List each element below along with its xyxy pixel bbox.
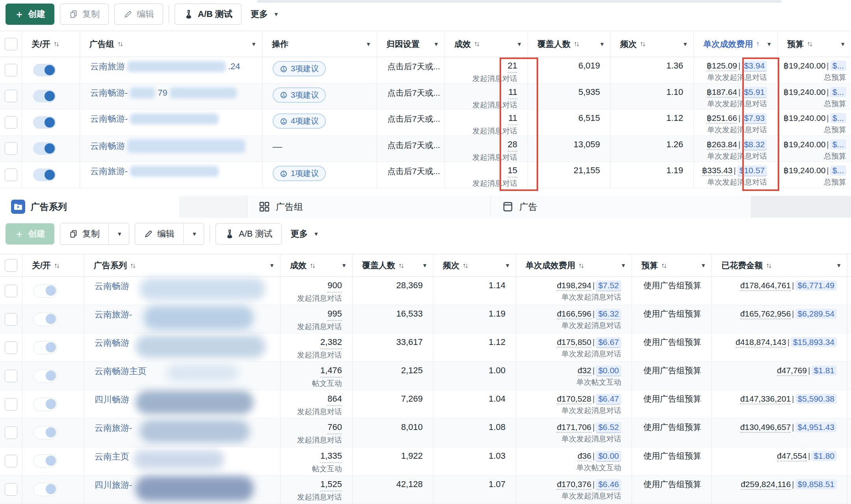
row-checkbox[interactable] [5, 64, 17, 76]
column-header-adset-name[interactable]: 广告组↑↓ ▼ [80, 31, 262, 57]
filter-caret-icon[interactable]: ▼ [682, 41, 693, 47]
spent-local-link[interactable]: đ418,874,143 [736, 337, 786, 348]
copy-button[interactable]: 复制 [60, 223, 108, 245]
filter-caret-icon[interactable]: ▼ [505, 262, 516, 269]
budget-usd-link[interactable]: $... [830, 87, 846, 97]
column-header-cost-per-result[interactable]: 单次成效费用↑ ▼ [694, 31, 778, 57]
edit-dropdown-button[interactable]: ▼ [183, 223, 204, 245]
status-toggle[interactable] [33, 169, 56, 181]
campaign-name-link[interactable]: 云南主页 [95, 451, 129, 463]
ab-test-button[interactable]: A/B 测试 [216, 223, 282, 245]
filter-caret-icon[interactable]: ▼ [621, 262, 632, 269]
column-header-amount-spent[interactable]: 已花费金额↑↓ ▼ [712, 254, 847, 276]
status-toggle[interactable] [33, 398, 57, 411]
column-header-attribution[interactable]: 归因设置 ▼ [377, 31, 445, 57]
row-checkbox[interactable] [5, 370, 17, 382]
edit-button[interactable]: 编辑 [114, 4, 163, 25]
status-toggle[interactable] [33, 426, 57, 439]
adset-name-link[interactable]: 云南畅游-79 [90, 87, 239, 99]
spent-local-link[interactable]: đ47,769 [777, 366, 807, 376]
column-header-toggle[interactable]: 关/开↑↓ [22, 31, 80, 57]
cost-local-link[interactable]: đ198,294 [557, 281, 591, 291]
status-toggle[interactable] [33, 116, 56, 129]
column-header-budget[interactable]: 预算↑↓ ▼ [778, 31, 851, 57]
cost-local-link[interactable]: ฿263.84 [706, 140, 737, 150]
tab-campaigns[interactable]: 广告系列 [0, 196, 179, 218]
cost-usd-link[interactable]: $0.00 [596, 365, 621, 376]
campaign-name-link[interactable]: 云南畅游 [95, 337, 129, 349]
spent-local-link[interactable]: đ259,824,116 [741, 480, 791, 490]
copy-dropdown-button[interactable]: ▼ [108, 223, 129, 245]
cost-usd-link[interactable]: $6.47 [596, 394, 621, 405]
result-value-link[interactable]: 15 [508, 165, 517, 178]
column-header-frequency[interactable]: 频次↑↓ ▼ [611, 31, 694, 57]
status-toggle[interactable] [33, 284, 57, 298]
result-value-link[interactable]: 2,382 [320, 336, 342, 349]
create-button[interactable]: ＋ 创建 [6, 223, 54, 245]
result-value-link[interactable]: 760 [327, 421, 342, 434]
result-value-link[interactable]: 28 [508, 139, 517, 152]
cost-usd-link[interactable]: $6.52 [596, 422, 621, 433]
filter-caret-icon[interactable]: ▼ [341, 262, 352, 269]
result-value-link[interactable]: 1,335 [320, 450, 342, 463]
cost-usd-link[interactable]: $7.93 [741, 113, 767, 124]
result-value-link[interactable]: 995 [327, 308, 342, 321]
column-header-reach[interactable]: 覆盖人数↑↓ ▼ [528, 31, 611, 57]
campaign-name-link[interactable]: 云南畅游 [95, 280, 129, 292]
column-header-campaign-name[interactable]: 广告系列↑↓ ▼ [84, 254, 281, 276]
cost-local-link[interactable]: ฿251.66 [706, 113, 737, 124]
more-button[interactable]: 更多 ▼ [247, 4, 282, 25]
cost-local-link[interactable]: ฿125.09 [706, 61, 737, 71]
cost-usd-link[interactable]: $6.46 [596, 479, 621, 490]
status-toggle[interactable] [33, 483, 57, 496]
result-value-link[interactable]: 1,525 [320, 478, 342, 491]
filter-caret-icon[interactable]: ▼ [840, 41, 851, 47]
cost-local-link[interactable]: đ32 [578, 366, 591, 376]
copy-button[interactable]: 复制 [60, 4, 109, 25]
filter-caret-icon[interactable]: ▼ [766, 41, 777, 47]
filter-caret-icon[interactable]: ▼ [836, 262, 847, 269]
campaign-name-link[interactable]: 四川畅游 [95, 394, 129, 406]
cost-local-link[interactable]: ฿187.64 [706, 87, 737, 98]
spent-local-link[interactable]: đ165,762,956 [740, 309, 791, 319]
row-checkbox[interactable] [5, 116, 17, 129]
cost-local-link[interactable]: đ171,706 [557, 422, 591, 433]
status-toggle[interactable] [33, 369, 57, 383]
recommendations-badge[interactable]: 1项建议 [273, 166, 326, 181]
spent-local-link[interactable]: đ147,336,201 [740, 394, 791, 404]
column-header-cost-per-result[interactable]: 单次成效费用↑↓ ▼ [516, 254, 632, 276]
row-checkbox[interactable] [5, 455, 17, 467]
cost-usd-link[interactable]: $0.00 [596, 451, 621, 462]
column-header-toggle[interactable]: 关/开↑↓ [22, 254, 84, 276]
ab-test-button[interactable]: A/B 测试 [175, 4, 242, 25]
result-value-link[interactable]: 21 [508, 60, 517, 73]
filter-caret-icon[interactable]: ▼ [517, 41, 528, 47]
select-all-checkbox[interactable] [5, 259, 17, 272]
recommendations-badge[interactable]: 4项建议 [273, 113, 326, 129]
row-checkbox[interactable] [5, 341, 17, 354]
filter-caret-icon[interactable]: ▼ [700, 262, 712, 269]
recommendations-badge[interactable]: 3项建议 [273, 87, 326, 103]
row-checkbox[interactable] [5, 169, 17, 181]
select-all-checkbox[interactable] [5, 38, 17, 50]
result-value-link[interactable]: 1,476 [320, 365, 342, 378]
status-toggle[interactable] [33, 142, 56, 155]
adset-name-link[interactable]: 云南旅游.24 [90, 61, 240, 72]
row-checkbox[interactable] [5, 398, 17, 411]
result-value-link[interactable]: 900 [327, 280, 342, 293]
cost-usd-link[interactable]: $6.32 [596, 309, 621, 320]
status-toggle[interactable] [33, 64, 56, 76]
spent-local-link[interactable]: đ130,496,657 [740, 422, 791, 433]
filter-caret-icon[interactable]: ▼ [599, 41, 610, 47]
cost-usd-link[interactable]: $10.57 [737, 165, 767, 176]
cost-local-link[interactable]: ฿335.43 [702, 166, 733, 176]
campaign-name-link[interactable]: 云南畅游主页 [95, 365, 147, 377]
cost-usd-link[interactable]: $3.94 [741, 61, 767, 72]
budget-usd-link[interactable]: $... [830, 113, 846, 123]
edit-button[interactable]: 编辑 [135, 223, 183, 245]
status-toggle[interactable] [33, 341, 57, 354]
filter-caret-icon[interactable]: ▼ [366, 41, 377, 47]
recommendations-badge[interactable]: 3项建议 [273, 61, 326, 76]
filter-caret-icon[interactable]: ▼ [433, 41, 444, 47]
row-checkbox[interactable] [5, 426, 17, 439]
